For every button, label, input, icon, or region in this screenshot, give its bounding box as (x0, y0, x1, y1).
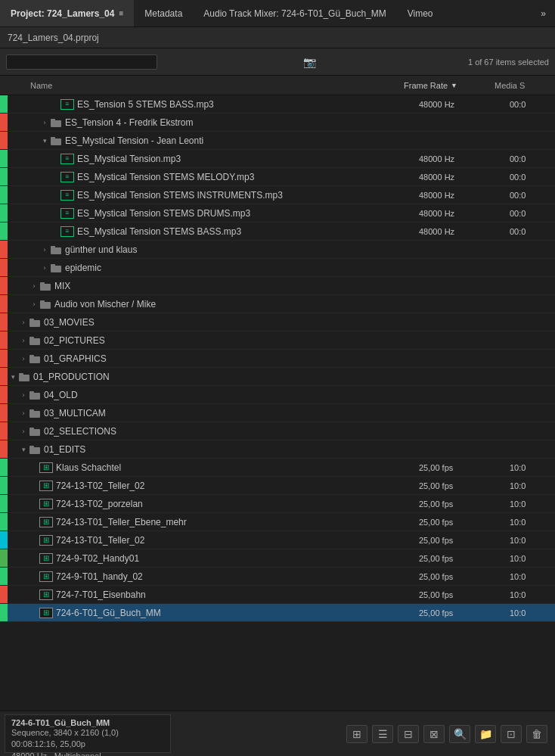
list-item[interactable]: › 03_MULTICAM (0, 404, 555, 422)
row-framerate: 25,00 fps (419, 518, 510, 527)
folder-icon (50, 117, 62, 129)
new-bin-button[interactable]: 📁 (475, 725, 496, 743)
color-label-strip (0, 132, 8, 149)
list-item[interactable]: 724-13-T01_Teller_0225,00 fps10:0 (0, 531, 555, 549)
svg-rect-10 (40, 302, 51, 309)
grid-view-button[interactable]: ⊞ (346, 725, 367, 743)
row-label: 724-9-T02_Handy01 (56, 553, 419, 564)
freeform-view-button[interactable]: ⊟ (398, 725, 419, 743)
svg-rect-14 (29, 338, 40, 345)
list-item[interactable]: Klaus Schachtel25,00 fps10:0 (0, 459, 555, 477)
more-tabs-button[interactable]: » (532, 0, 555, 26)
row-label: 724-9-T01_handy_02 (56, 571, 419, 582)
row-framerate: 48000 Hz (419, 173, 510, 182)
list-item[interactable]: 724-13-T02_Teller_0225,00 fps10:0 (0, 477, 555, 495)
svg-rect-15 (29, 337, 34, 339)
list-view-button[interactable]: ☰ (372, 725, 393, 743)
list-item[interactable]: ▾ 01_EDITS (0, 440, 555, 459)
column-headers: Name Frame Rate ▼ Media S (0, 76, 555, 95)
expand-button[interactable]: › (18, 390, 29, 400)
svg-rect-7 (51, 264, 55, 266)
list-item[interactable]: › 01_GRAPHICS (0, 350, 555, 368)
folder-icon (29, 389, 41, 401)
audio-mixer-tab[interactable]: Audio Track Mixer: 724-6-T01_Gü_Buch_MM (193, 0, 396, 26)
metadata-tab[interactable]: Metadata (134, 0, 193, 26)
list-item[interactable]: › 03_MOVIES (0, 313, 555, 331)
list-item[interactable]: › MIX (0, 277, 555, 295)
expand-button[interactable]: › (18, 408, 29, 418)
search-input[interactable] (11, 57, 132, 67)
folder-icon (39, 280, 51, 292)
list-item[interactable]: › ES_Tension 4 - Fredrik Ekstrom (0, 114, 555, 132)
sequence-icon (39, 535, 53, 546)
list-item[interactable]: › Audio von Mischer / Mike (0, 295, 555, 313)
expand-button[interactable]: › (18, 426, 29, 437)
expand-button[interactable]: › (18, 317, 29, 328)
expand-button[interactable]: › (18, 353, 29, 364)
find-faces-icon[interactable]: 📷 (303, 56, 316, 68)
expand-button[interactable]: › (18, 335, 29, 346)
row-label: MIX (54, 281, 419, 291)
list-item[interactable]: 724-13-T02_porzelan25,00 fps10:0 (0, 495, 555, 513)
row-label: 01_GRAPHICS (44, 353, 419, 364)
delete-button[interactable]: 🗑 (526, 725, 547, 743)
row-label: 01_EDITS (44, 444, 419, 455)
list-item[interactable]: ES_Mystical Tension STEMS INSTRUMENTS.mp… (0, 186, 555, 204)
expand-button[interactable]: › (39, 263, 50, 273)
col-framerate-header[interactable]: Frame Rate ▼ (404, 81, 495, 90)
collapse-button[interactable]: ▾ (18, 444, 29, 455)
color-label-strip (0, 513, 8, 530)
list-item[interactable]: 724-9-T01_handy_0225,00 fps10:0 (0, 568, 555, 586)
col-media-header: Media S (495, 81, 555, 90)
row-media-start: 00:0 (510, 191, 555, 200)
list-item[interactable]: › 02_SELECTIONS (0, 422, 555, 440)
new-item-button[interactable]: ⊡ (501, 725, 522, 743)
list-item[interactable]: 724-13-T01_Teller_Ebene_mehr25,00 fps10:… (0, 513, 555, 531)
color-label-strip (0, 95, 8, 113)
list-item[interactable]: › epidemic (0, 259, 555, 277)
color-label-strip (0, 350, 8, 367)
color-label-strip (0, 404, 8, 422)
row-media-start: 10:0 (510, 608, 555, 618)
list-item[interactable]: › 02_PICTURES (0, 331, 555, 350)
metadata-button[interactable]: ⊠ (423, 725, 445, 743)
expand-button[interactable]: › (39, 117, 50, 128)
find-button[interactable]: 🔍 (449, 725, 470, 743)
row-label: epidemic (65, 263, 419, 273)
expand-button[interactable]: › (39, 244, 50, 255)
list-item[interactable]: ES_Mystical Tension STEMS BASS.mp348000 … (0, 222, 555, 241)
list-item[interactable]: ES_Mystical Tension STEMS DRUMS.mp348000… (0, 204, 555, 222)
collapse-button[interactable]: ▾ (8, 372, 18, 382)
row-label: 03_MULTICAM (44, 408, 419, 418)
expand-button[interactable]: › (29, 299, 39, 310)
list-item[interactable]: 724-6-T01_Gü_Buch_MM25,00 fps10:0 (0, 604, 555, 622)
project-menu-icon[interactable]: ≡ (119, 9, 123, 17)
row-label: 724-13-T02_porzelan (56, 499, 419, 509)
list-item[interactable]: › günther und klaus (0, 241, 555, 259)
svg-rect-6 (51, 266, 61, 272)
row-media-start: 10:0 (510, 554, 555, 563)
list-item[interactable]: 724-7-T01_Eisenbahn25,00 fps10:0 (0, 586, 555, 604)
project-tab[interactable]: Project: 724_Lamers_04 ≡ (0, 0, 134, 26)
color-label-strip (0, 259, 8, 276)
list-item[interactable]: ES_Tension 5 STEMS BASS.mp348000 Hz00:0 (0, 95, 555, 114)
list-item[interactable]: › 04_OLD (0, 386, 555, 404)
search-input-wrap[interactable] (6, 54, 157, 70)
color-label-strip (0, 277, 8, 294)
list-item[interactable]: 724-9-T02_Handy0125,00 fps10:0 (0, 549, 555, 568)
row-framerate: 25,00 fps (419, 536, 510, 545)
row-media-start: 10:0 (510, 499, 555, 509)
collapse-button[interactable]: ▾ (39, 135, 50, 146)
list-item[interactable]: ▾ 01_PRODUCTION (0, 368, 555, 386)
list-item[interactable]: ES_Mystical Tension STEMS MELODY.mp34800… (0, 168, 555, 186)
row-label: 02_SELECTIONS (44, 426, 419, 437)
row-label: ES_Mystical Tension STEMS DRUMS.mp3 (77, 208, 419, 219)
row-label: Klaus Schachtel (56, 462, 419, 473)
list-item[interactable]: ES_Mystical Tension.mp348000 Hz00:0 (0, 150, 555, 168)
vimeo-tab[interactable]: Vimeo (397, 0, 444, 26)
expand-button[interactable]: › (29, 281, 39, 291)
item-info-title: 724-6-T01_Gü_Buch_MM (11, 718, 164, 727)
file-list[interactable]: ES_Tension 5 STEMS BASS.mp348000 Hz00:0›… (0, 95, 555, 711)
list-item[interactable]: ▾ ES_Mystical Tension - Jean Leonti (0, 132, 555, 150)
color-label-strip (0, 549, 8, 567)
